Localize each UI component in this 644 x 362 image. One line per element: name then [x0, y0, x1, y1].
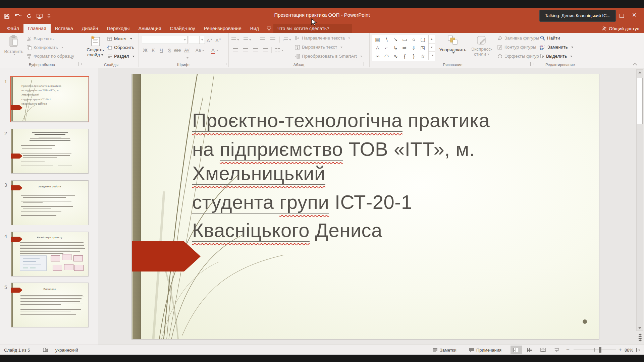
slide-canvas[interactable]: Проєктно-технологічна практика на підпри…: [131, 74, 599, 340]
spell-check-button[interactable]: [43, 345, 49, 355]
tab-home[interactable]: Главная: [23, 24, 51, 33]
normal-view-button[interactable]: [511, 346, 522, 354]
format-painter-button[interactable]: Формат по образцу: [27, 54, 74, 59]
shape-left-brace[interactable]: {: [400, 52, 409, 60]
zoom-slider-track[interactable]: [574, 350, 616, 350]
shape-elbow-connector[interactable]: ⌐: [382, 44, 391, 52]
underline-button[interactable]: Ч: [157, 47, 165, 54]
tab-review[interactable]: Рецензирование: [200, 24, 246, 33]
grow-font-button[interactable]: А▲: [206, 36, 214, 43]
slide-4-thumbnail[interactable]: Реалізація проекту: [11, 232, 89, 277]
zoom-slider-handle[interactable]: [599, 347, 601, 353]
shape-scribble[interactable]: ∾: [373, 52, 382, 60]
zoom-level[interactable]: 88%: [625, 345, 633, 355]
slide-title-line-1[interactable]: Проєктно-технологічна практика: [192, 109, 490, 131]
align-center-button[interactable]: [241, 47, 249, 54]
justify-button[interactable]: [261, 47, 269, 54]
bullets-button[interactable]: [231, 36, 239, 43]
customize-qat-button[interactable]: [47, 14, 51, 18]
shape-outline-button[interactable]: Контур фигуры: [497, 45, 541, 50]
slide-2-thumbnail[interactable]: [11, 129, 89, 174]
find-button[interactable]: Найти: [540, 36, 560, 41]
collapse-ribbon-button[interactable]: [633, 63, 637, 66]
paste-button[interactable]: Вставить: [4, 35, 23, 55]
comments-button[interactable]: Примечания: [469, 345, 501, 355]
shape-star[interactable]: ☆: [418, 52, 427, 60]
bold-button[interactable]: Ж: [141, 47, 149, 54]
zoom-out-button[interactable]: −: [566, 345, 570, 355]
strikethrough-button[interactable]: abc: [173, 47, 181, 54]
italic-button[interactable]: К: [149, 47, 157, 54]
quick-styles-button[interactable]: Экспресс- стили: [469, 35, 494, 57]
shrink-font-button[interactable]: А▼: [214, 36, 222, 43]
slide-title-line-4[interactable]: студента групи ІСТ-20-1: [192, 191, 412, 213]
previous-slide-button[interactable]: [638, 334, 642, 337]
align-right-button[interactable]: [251, 47, 259, 54]
shape-arrow-line[interactable]: ↘: [391, 35, 400, 44]
cut-button[interactable]: Вырезать: [27, 36, 54, 41]
slide-title-line-5[interactable]: Квасніцького Дениса: [192, 219, 382, 241]
slide-3-thumbnail[interactable]: Завдання роботи: [11, 180, 89, 225]
tab-slideshow[interactable]: Слайд-шоу: [166, 24, 200, 33]
text-direction-button[interactable]: А Направление текста: [295, 36, 350, 41]
slide-sorter-view-button[interactable]: [524, 346, 535, 354]
shape-arc[interactable]: ◠: [382, 52, 391, 60]
font-color-button[interactable]: А: [210, 47, 220, 54]
tab-design[interactable]: Дизайн: [77, 24, 103, 33]
decrease-indent-button[interactable]: [259, 36, 267, 43]
numbering-button[interactable]: [243, 36, 251, 43]
select-button[interactable]: Выделить: [540, 54, 572, 59]
tell-me[interactable]: Что вы хотите сделать?: [267, 24, 352, 33]
slide-5-thumbnail[interactable]: Висновок: [11, 283, 89, 327]
tab-insert[interactable]: Вставка: [51, 24, 77, 33]
save-button[interactable]: [4, 13, 10, 19]
increase-indent-button[interactable]: [269, 36, 277, 43]
reading-view-button[interactable]: [537, 346, 549, 354]
shapes-scroll-up[interactable]: ▲: [429, 35, 435, 44]
shape-textbox[interactable]: ▤: [373, 35, 382, 44]
shape-curve[interactable]: ∿: [391, 52, 400, 60]
fit-to-window-button[interactable]: [635, 346, 643, 354]
scroll-up-button[interactable]: [637, 70, 643, 75]
shape-callout[interactable]: ◳: [418, 44, 427, 52]
change-case-button[interactable]: Аа: [195, 47, 205, 54]
shape-right-arrow[interactable]: ⇨: [400, 44, 409, 52]
shape-oval[interactable]: ○: [409, 35, 418, 44]
copy-button[interactable]: Копировать: [27, 45, 63, 50]
font-name-combobox[interactable]: [142, 36, 187, 44]
paragraph-dialog-launcher[interactable]: [364, 62, 368, 66]
reset-button[interactable]: Сбросить: [107, 45, 134, 50]
notes-button[interactable]: Заметки: [433, 345, 457, 355]
share-button[interactable]: Общий доступ: [601, 24, 639, 33]
section-button[interactable]: Раздел: [107, 54, 135, 59]
clipboard-dialog-launcher[interactable]: [78, 62, 83, 66]
close-button[interactable]: ×: [629, 10, 640, 21]
slide-1-thumbnail[interactable]: Проєктно-технологічна практика на підпри…: [11, 77, 89, 122]
text-shadow-button[interactable]: S: [165, 47, 173, 54]
arrange-button[interactable]: Упорядочить: [438, 35, 468, 54]
shape-right-brace[interactable]: }: [409, 52, 418, 60]
shapes-scroll-down[interactable]: ▼: [429, 44, 435, 52]
vertical-scrollbar[interactable]: [636, 69, 643, 331]
start-slideshow-button[interactable]: [37, 13, 43, 19]
columns-button[interactable]: [274, 47, 285, 54]
replace-button[interactable]: abac Заменить: [540, 45, 573, 50]
shape-rounded-rectangle[interactable]: ▢: [418, 35, 427, 44]
line-spacing-button[interactable]: ↕: [281, 36, 292, 43]
next-slide-button[interactable]: [638, 338, 642, 342]
font-size-dropdown-arrow[interactable]: [199, 36, 205, 44]
undo-button[interactable]: [14, 13, 22, 19]
tab-transitions[interactable]: Переходы: [103, 24, 134, 33]
font-name-dropdown-arrow[interactable]: [182, 36, 187, 44]
zoom-in-button[interactable]: +: [619, 345, 622, 355]
slide-title-line-3[interactable]: Хмельницький: [192, 162, 325, 184]
redo-button[interactable]: [26, 13, 32, 19]
slideshow-view-button[interactable]: [551, 346, 562, 354]
scroll-down-button[interactable]: [637, 325, 643, 330]
slide-title-line-2[interactable]: на підприємство ТОВ «ІТТ», м.: [192, 138, 475, 160]
new-slide-button[interactable]: Создать слайд: [86, 35, 105, 57]
slide-indicator[interactable]: Слайд 1 из 5: [4, 345, 30, 355]
tab-animations[interactable]: Анимация: [134, 24, 166, 33]
shape-down-arrow[interactable]: ⇩: [409, 44, 418, 52]
drawing-dialog-launcher[interactable]: [530, 62, 535, 66]
